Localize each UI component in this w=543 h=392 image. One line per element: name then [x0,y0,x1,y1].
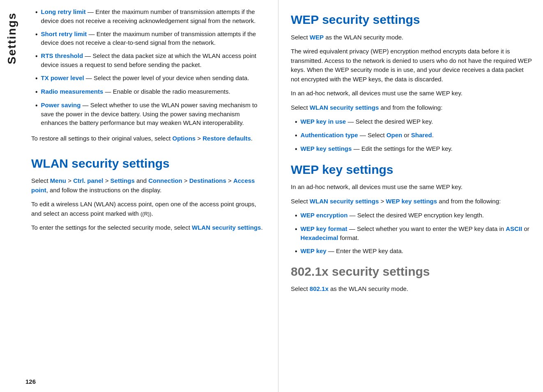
wlan-para2: To edit a wireless LAN (WLAN) access poi… [31,200,266,218]
radio-measurements-text: — Enable or disable the radio measuremen… [103,88,230,95]
list-item: WEP encryption — Select the desired WEP … [291,211,533,220]
wep-key-settings-link2[interactable]: WEP key settings [386,198,437,205]
8021x-heading: 802.1x security settings [291,263,533,281]
ascii-link[interactable]: ASCII [506,225,522,232]
wlan-section: WLAN security settings Select Menu > Ctr… [31,154,266,233]
right-column: WEP security settings Select WEP as the … [278,0,543,392]
8021x-link[interactable]: 802.1x [310,285,329,292]
8021x-para1: Select 802.1x as the WLAN security mode. [291,284,533,294]
wep-encryption-link[interactable]: WEP encryption [301,212,348,219]
settings-list: Long retry limit — Enter the maximum num… [31,7,266,127]
wep-security-section: WEP security settings Select WEP as the … [291,11,533,154]
rts-threshold-link[interactable]: RTS threshold [41,52,83,59]
list-item: Power saving — Select whether to use the… [31,101,266,127]
restore-defaults-link[interactable]: Restore defaults [202,135,251,142]
page-number: 126 [25,377,36,386]
wep-para3: In an ad-hoc network, all devices must u… [291,89,533,98]
wlan-para1-suffix: , and follow the instructions on the dis… [46,187,162,194]
wlan-security-settings-link[interactable]: WLAN security settings [192,224,261,231]
list-item: Authentication type — Select Open or Sha… [291,131,533,140]
wep-key-para2: Select WLAN security settings > WEP key … [291,197,533,206]
list-item: Radio measurements — Enable or disable t… [31,87,266,97]
sidebar-label: Settings [4,12,21,64]
wlan-para1-prefix: Select [31,177,50,184]
wep-para4: Select WLAN security settings and from t… [291,103,533,113]
list-item: WEP key — Enter the WEP key data. [291,247,533,256]
left-column: Long retry limit — Enter the maximum num… [24,0,278,392]
wep-key-section: WEP key settings In an ad-hoc network, a… [291,161,533,256]
wlan-para1: Select Menu > Ctrl. panel > Settings and… [31,176,266,195]
options-link[interactable]: Options [173,135,196,142]
shared-link[interactable]: Shared [411,131,432,138]
menu-link[interactable]: Menu [50,177,66,184]
sidebar: Settings [0,0,24,392]
list-item: WEP key settings — Edit the settings for… [291,144,533,154]
list-item: Short retry limit — Enter the maximum nu… [31,30,266,48]
tx-power-link[interactable]: TX power level [41,74,84,81]
wep-security-heading: WEP security settings [291,11,533,29]
destinations-link[interactable]: Destinations [189,177,226,184]
wep-link[interactable]: WEP [310,34,324,41]
wep-key-para1: In an ad-hoc network, all devices must u… [291,182,533,192]
list-item: Long retry limit — Enter the maximum num… [31,7,266,25]
restore-suffix: . [251,135,253,142]
restore-middle: > [196,135,202,142]
connection-link[interactable]: Connection [148,177,182,184]
list-item: WEP key in use — Select the desired WEP … [291,117,533,127]
wep-key-settings-link[interactable]: WEP key settings [301,145,352,152]
wep-key-heading: WEP key settings [291,161,533,179]
hexadecimal-link[interactable]: Hexadecimal [301,234,338,241]
wireless-icon: ((R)) [140,211,152,217]
wep-key-bullet-list: WEP encryption — Select the desired WEP … [291,211,533,256]
wlan-para3: To enter the settings for the selected s… [31,223,266,233]
wlan-sec-settings-link[interactable]: WLAN security settings [310,104,379,111]
short-retry-link[interactable]: Short retry limit [41,30,87,37]
auth-type-link[interactable]: Authentication type [301,131,358,138]
wep-para2: The wired equivalent privacy (WEP) encry… [291,47,533,84]
8021x-section: 802.1x security settings Select 802.1x a… [291,263,533,294]
wlan-sec-link2[interactable]: WLAN security settings [310,198,379,205]
radio-measurements-link[interactable]: Radio measurements [41,88,104,95]
tx-power-text: — Select the power level of your device … [84,74,249,81]
wlan-heading: WLAN security settings [31,154,266,173]
wep-key-link[interactable]: WEP key [301,247,327,254]
restore-para: To restore all settings to their origina… [31,134,266,143]
wep-bullet-list: WEP key in use — Select the desired WEP … [291,117,533,154]
list-item: TX power level — Select the power level … [31,74,266,83]
wep-key-in-use-link[interactable]: WEP key in use [301,118,346,125]
power-saving-link[interactable]: Power saving [41,101,81,108]
settings-link[interactable]: Settings [110,177,135,184]
open-link[interactable]: Open [387,131,402,138]
list-item: RTS threshold — Select the data packet s… [31,51,266,69]
wep-key-format-link[interactable]: WEP key format [301,225,347,232]
wep-para1: Select WEP as the WLAN security mode. [291,33,533,42]
list-item: WEP key format — Select whether you want… [291,224,533,242]
ctrl-panel-link[interactable]: Ctrl. panel [73,177,103,184]
long-retry-link[interactable]: Long retry limit [41,8,86,15]
restore-prefix: To restore all settings to their origina… [31,135,173,142]
